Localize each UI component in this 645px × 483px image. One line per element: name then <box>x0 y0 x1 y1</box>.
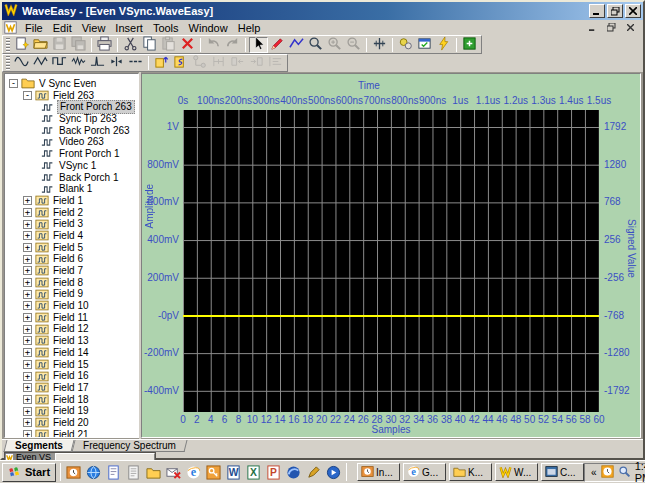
document-window-icon[interactable] <box>4 21 17 34</box>
tree-expander-expand[interactable]: + <box>23 266 32 275</box>
tree-item-field-4[interactable]: +Field 4 <box>5 230 138 242</box>
mdi-close-button[interactable] <box>624 22 637 33</box>
tree-expander-expand[interactable]: + <box>23 360 32 369</box>
wizard-bolt-button[interactable] <box>434 37 453 53</box>
tree-item-field-3[interactable]: +Field 3 <box>5 218 138 230</box>
new-file-button[interactable] <box>12 37 31 53</box>
taskbar-button-k[interactable]: K... <box>449 463 492 481</box>
tree-expander-expand[interactable]: + <box>23 255 32 264</box>
tree-item-field-10[interactable]: +Field 10 <box>5 300 138 312</box>
quicklaunch-folder-icon[interactable] <box>145 464 162 481</box>
quicklaunch-swirl-icon[interactable] <box>285 464 302 481</box>
quicklaunch-document-icon[interactable] <box>125 464 142 481</box>
copy-button[interactable] <box>140 37 159 53</box>
quicklaunch-ie-icon[interactable]: e <box>185 464 202 481</box>
tree-expander-expand[interactable]: + <box>23 395 32 404</box>
pan-crosshair-button[interactable] <box>370 37 389 53</box>
pencil-button[interactable] <box>268 37 287 53</box>
close-button[interactable] <box>625 4 641 18</box>
noise-wave-button[interactable] <box>69 55 88 71</box>
tray-magnifier-icon[interactable] <box>618 465 631 480</box>
tree-item-blank-1[interactable]: Blank 1 <box>5 183 138 195</box>
interpolate-button[interactable] <box>287 37 306 53</box>
taskbar-button-c[interactable]: C... <box>541 463 584 481</box>
triangle-wave-button[interactable] <box>31 55 50 71</box>
menu-edit[interactable]: Edit <box>48 21 77 35</box>
menu-insert[interactable]: Insert <box>110 21 148 35</box>
tray-clock-icon[interactable] <box>601 465 614 480</box>
tree-expander-expand[interactable]: + <box>23 220 32 229</box>
quicklaunch-pen-icon[interactable] <box>305 464 322 481</box>
dc-level-button[interactable] <box>126 55 145 71</box>
tree-expander-expand[interactable]: + <box>23 231 32 240</box>
tree-item-field-13[interactable]: +Field 13 <box>5 335 138 347</box>
tree-item-back-porch-263[interactable]: Back Porch 263 <box>5 125 138 137</box>
tree-expander-expand[interactable]: + <box>23 336 32 345</box>
tree-item-sync-tip-263[interactable]: Sync Tip 263 <box>5 113 138 125</box>
tree-item-field-19[interactable]: +Field 19 <box>5 405 138 417</box>
tree-item-field-16[interactable]: +Field 16 <box>5 370 138 382</box>
quicklaunch-notepad-icon[interactable] <box>105 464 122 481</box>
tree-expander-expand[interactable]: + <box>23 278 32 287</box>
tree-item-field-17[interactable]: +Field 17 <box>5 382 138 394</box>
insert-segment-button[interactable] <box>152 55 171 71</box>
properties-window-button[interactable] <box>415 37 434 53</box>
quicklaunch-outlook-icon[interactable] <box>65 464 82 481</box>
tree-item-back-porch-1[interactable]: Back Porch 1 <box>5 172 138 184</box>
tree-item-v-sync-even[interactable]: -V Sync Even <box>5 78 138 90</box>
tree-expander-expand[interactable]: + <box>23 383 32 392</box>
tab-frequency-spectrum[interactable]: Frequency Spectrum <box>71 440 187 452</box>
tree-expander-expand[interactable]: + <box>23 196 32 205</box>
zoom-button[interactable] <box>306 37 325 53</box>
toolbar-grip[interactable] <box>6 56 10 70</box>
tree-item-field-12[interactable]: +Field 12 <box>5 323 138 335</box>
toolbar-grip[interactable] <box>6 38 10 52</box>
export-grid-button[interactable] <box>460 37 479 53</box>
tree-item-field-18[interactable]: +Field 18 <box>5 394 138 406</box>
tree-expander-collapse[interactable]: - <box>9 79 18 88</box>
tray-chevron[interactable]: « <box>591 467 597 478</box>
delete-button[interactable] <box>178 37 197 53</box>
tree-item-field-5[interactable]: +Field 5 <box>5 242 138 254</box>
tree-item-field-1[interactable]: +Field 1 <box>5 195 138 207</box>
sine-wave-button[interactable] <box>12 55 31 71</box>
tree-expander-expand[interactable]: + <box>23 243 32 252</box>
tree-item-field-11[interactable]: +Field 11 <box>5 312 138 324</box>
plot-area[interactable] <box>183 110 599 412</box>
tree-expander-expand[interactable]: + <box>23 290 32 299</box>
cut-button[interactable] <box>121 37 140 53</box>
tree-expander-collapse[interactable]: - <box>23 91 32 100</box>
tree-item-field-6[interactable]: +Field 6 <box>5 253 138 265</box>
menu-window[interactable]: Window <box>184 21 233 35</box>
tree-item-video-263[interactable]: Video 263 <box>5 136 138 148</box>
mdi-minimize-button[interactable] <box>586 22 599 33</box>
tree-item-field-14[interactable]: +Field 14 <box>5 347 138 359</box>
tree-item-field-9[interactable]: +Field 9 <box>5 288 138 300</box>
quicklaunch-internet-icon[interactable] <box>85 464 102 481</box>
signal-properties-button[interactable] <box>396 37 415 53</box>
tree-item-field-7[interactable]: +Field 7 <box>5 265 138 277</box>
print-button[interactable] <box>95 37 114 53</box>
open-folder-button[interactable] <box>31 37 50 53</box>
quicklaunch-media-player-icon[interactable] <box>325 464 342 481</box>
tree-expander-expand[interactable]: + <box>23 313 32 322</box>
tree-item-vsync-1[interactable]: VSync 1 <box>5 160 138 172</box>
tree-expander-expand[interactable]: + <box>23 430 32 438</box>
tree-expander-expand[interactable]: + <box>23 418 32 427</box>
taskbar-button-g[interactable]: eG... <box>403 463 446 481</box>
tree-expander-expand[interactable]: + <box>23 348 32 357</box>
minimize-button[interactable] <box>589 4 605 18</box>
tree-item-front-porch-1[interactable]: Front Porch 1 <box>5 148 138 160</box>
tree-item-field-8[interactable]: +Field 8 <box>5 277 138 289</box>
taskbar-button-in[interactable]: In... <box>357 463 400 481</box>
tree-expander-expand[interactable]: + <box>23 372 32 381</box>
waveform-trace[interactable] <box>183 315 599 317</box>
quicklaunch-word-icon[interactable]: W <box>225 464 242 481</box>
tree-item-front-porch-263[interactable]: Front Porch 263 <box>5 101 138 113</box>
taskbar-button-w[interactable]: W... <box>495 463 538 481</box>
tree-expander-expand[interactable]: + <box>23 208 32 217</box>
menu-view[interactable]: View <box>77 21 111 35</box>
menu-tools[interactable]: Tools <box>148 21 184 35</box>
tree-expander-expand[interactable]: + <box>23 301 32 310</box>
menu-help[interactable]: Help <box>233 21 266 35</box>
